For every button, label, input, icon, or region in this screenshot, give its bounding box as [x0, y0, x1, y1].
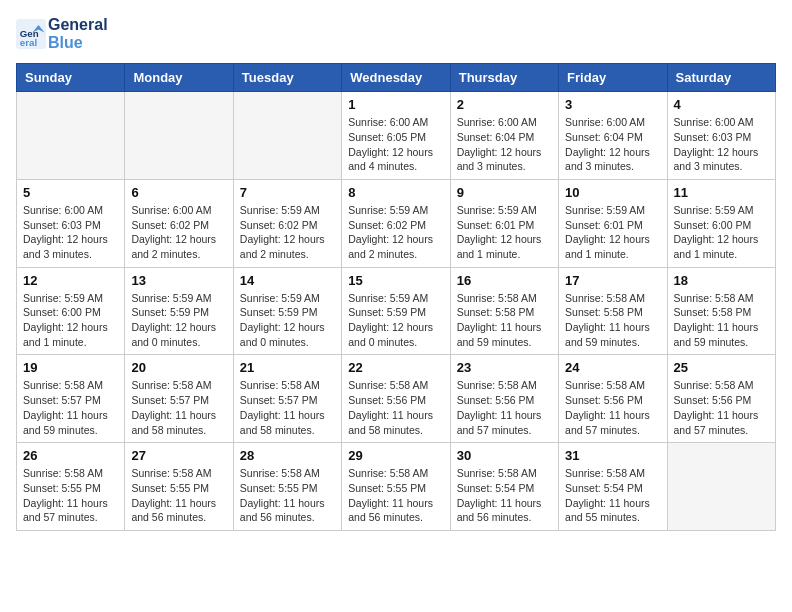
calendar-cell: 7Sunrise: 5:59 AM Sunset: 6:02 PM Daylig…: [233, 179, 341, 267]
calendar-cell: 2Sunrise: 6:00 AM Sunset: 6:04 PM Daylig…: [450, 92, 558, 180]
day-number: 21: [240, 360, 335, 375]
calendar-cell: 27Sunrise: 5:58 AM Sunset: 5:55 PM Dayli…: [125, 443, 233, 531]
calendar-cell: 10Sunrise: 5:59 AM Sunset: 6:01 PM Dayli…: [559, 179, 667, 267]
day-number: 12: [23, 273, 118, 288]
calendar-cell: 16Sunrise: 5:58 AM Sunset: 5:58 PM Dayli…: [450, 267, 558, 355]
day-number: 28: [240, 448, 335, 463]
calendar-cell: 4Sunrise: 6:00 AM Sunset: 6:03 PM Daylig…: [667, 92, 775, 180]
day-info: Sunrise: 5:59 AM Sunset: 6:02 PM Dayligh…: [348, 203, 443, 262]
day-info: Sunrise: 5:59 AM Sunset: 6:02 PM Dayligh…: [240, 203, 335, 262]
weekday-header-sunday: Sunday: [17, 64, 125, 92]
day-number: 14: [240, 273, 335, 288]
calendar-cell: 8Sunrise: 5:59 AM Sunset: 6:02 PM Daylig…: [342, 179, 450, 267]
calendar-cell: 23Sunrise: 5:58 AM Sunset: 5:56 PM Dayli…: [450, 355, 558, 443]
day-number: 4: [674, 97, 769, 112]
weekday-header-monday: Monday: [125, 64, 233, 92]
calendar-cell: [125, 92, 233, 180]
day-number: 10: [565, 185, 660, 200]
day-info: Sunrise: 5:58 AM Sunset: 5:58 PM Dayligh…: [565, 291, 660, 350]
day-number: 15: [348, 273, 443, 288]
day-info: Sunrise: 5:58 AM Sunset: 5:54 PM Dayligh…: [565, 466, 660, 525]
day-number: 18: [674, 273, 769, 288]
calendar-cell: 15Sunrise: 5:59 AM Sunset: 5:59 PM Dayli…: [342, 267, 450, 355]
day-number: 25: [674, 360, 769, 375]
calendar-cell: 18Sunrise: 5:58 AM Sunset: 5:58 PM Dayli…: [667, 267, 775, 355]
day-number: 22: [348, 360, 443, 375]
weekday-header-friday: Friday: [559, 64, 667, 92]
day-info: Sunrise: 5:58 AM Sunset: 5:54 PM Dayligh…: [457, 466, 552, 525]
day-info: Sunrise: 5:58 AM Sunset: 5:58 PM Dayligh…: [674, 291, 769, 350]
day-number: 3: [565, 97, 660, 112]
day-number: 8: [348, 185, 443, 200]
calendar-cell: 3Sunrise: 6:00 AM Sunset: 6:04 PM Daylig…: [559, 92, 667, 180]
calendar-cell: 22Sunrise: 5:58 AM Sunset: 5:56 PM Dayli…: [342, 355, 450, 443]
calendar-cell: 29Sunrise: 5:58 AM Sunset: 5:55 PM Dayli…: [342, 443, 450, 531]
calendar-cell: 30Sunrise: 5:58 AM Sunset: 5:54 PM Dayli…: [450, 443, 558, 531]
calendar-cell: 14Sunrise: 5:59 AM Sunset: 5:59 PM Dayli…: [233, 267, 341, 355]
day-info: Sunrise: 5:59 AM Sunset: 5:59 PM Dayligh…: [131, 291, 226, 350]
day-info: Sunrise: 5:58 AM Sunset: 5:55 PM Dayligh…: [240, 466, 335, 525]
day-number: 29: [348, 448, 443, 463]
page-header: Gen eral General Blue: [16, 16, 776, 51]
day-number: 6: [131, 185, 226, 200]
svg-text:eral: eral: [20, 37, 38, 48]
day-number: 11: [674, 185, 769, 200]
day-info: Sunrise: 5:59 AM Sunset: 6:00 PM Dayligh…: [23, 291, 118, 350]
calendar-cell: [17, 92, 125, 180]
weekday-header-tuesday: Tuesday: [233, 64, 341, 92]
day-number: 31: [565, 448, 660, 463]
day-number: 5: [23, 185, 118, 200]
day-info: Sunrise: 5:59 AM Sunset: 5:59 PM Dayligh…: [348, 291, 443, 350]
calendar-cell: 17Sunrise: 5:58 AM Sunset: 5:58 PM Dayli…: [559, 267, 667, 355]
calendar-week-4: 19Sunrise: 5:58 AM Sunset: 5:57 PM Dayli…: [17, 355, 776, 443]
day-info: Sunrise: 5:58 AM Sunset: 5:57 PM Dayligh…: [131, 378, 226, 437]
logo-text-line2: Blue: [48, 34, 108, 52]
logo-text-line1: General: [48, 16, 108, 34]
day-info: Sunrise: 5:58 AM Sunset: 5:58 PM Dayligh…: [457, 291, 552, 350]
day-info: Sunrise: 5:58 AM Sunset: 5:57 PM Dayligh…: [240, 378, 335, 437]
calendar-header: SundayMondayTuesdayWednesdayThursdayFrid…: [17, 64, 776, 92]
calendar-table: SundayMondayTuesdayWednesdayThursdayFrid…: [16, 63, 776, 531]
day-info: Sunrise: 6:00 AM Sunset: 6:03 PM Dayligh…: [23, 203, 118, 262]
day-number: 17: [565, 273, 660, 288]
day-info: Sunrise: 5:59 AM Sunset: 6:01 PM Dayligh…: [457, 203, 552, 262]
calendar-cell: [667, 443, 775, 531]
calendar-cell: 25Sunrise: 5:58 AM Sunset: 5:56 PM Dayli…: [667, 355, 775, 443]
day-number: 2: [457, 97, 552, 112]
calendar-cell: 9Sunrise: 5:59 AM Sunset: 6:01 PM Daylig…: [450, 179, 558, 267]
day-info: Sunrise: 5:58 AM Sunset: 5:56 PM Dayligh…: [565, 378, 660, 437]
weekday-header-thursday: Thursday: [450, 64, 558, 92]
calendar-cell: 20Sunrise: 5:58 AM Sunset: 5:57 PM Dayli…: [125, 355, 233, 443]
day-number: 9: [457, 185, 552, 200]
day-info: Sunrise: 5:58 AM Sunset: 5:56 PM Dayligh…: [674, 378, 769, 437]
day-info: Sunrise: 5:58 AM Sunset: 5:56 PM Dayligh…: [457, 378, 552, 437]
day-number: 16: [457, 273, 552, 288]
day-info: Sunrise: 5:59 AM Sunset: 6:01 PM Dayligh…: [565, 203, 660, 262]
day-info: Sunrise: 5:58 AM Sunset: 5:55 PM Dayligh…: [131, 466, 226, 525]
calendar-cell: 21Sunrise: 5:58 AM Sunset: 5:57 PM Dayli…: [233, 355, 341, 443]
day-info: Sunrise: 5:58 AM Sunset: 5:56 PM Dayligh…: [348, 378, 443, 437]
calendar-week-3: 12Sunrise: 5:59 AM Sunset: 6:00 PM Dayli…: [17, 267, 776, 355]
calendar-cell: 13Sunrise: 5:59 AM Sunset: 5:59 PM Dayli…: [125, 267, 233, 355]
calendar-cell: 31Sunrise: 5:58 AM Sunset: 5:54 PM Dayli…: [559, 443, 667, 531]
day-number: 1: [348, 97, 443, 112]
day-number: 13: [131, 273, 226, 288]
calendar-cell: 12Sunrise: 5:59 AM Sunset: 6:00 PM Dayli…: [17, 267, 125, 355]
day-number: 27: [131, 448, 226, 463]
calendar-cell: 1Sunrise: 6:00 AM Sunset: 6:05 PM Daylig…: [342, 92, 450, 180]
calendar-cell: 6Sunrise: 6:00 AM Sunset: 6:02 PM Daylig…: [125, 179, 233, 267]
weekday-header-saturday: Saturday: [667, 64, 775, 92]
day-info: Sunrise: 5:59 AM Sunset: 5:59 PM Dayligh…: [240, 291, 335, 350]
day-number: 30: [457, 448, 552, 463]
day-number: 26: [23, 448, 118, 463]
calendar-cell: 24Sunrise: 5:58 AM Sunset: 5:56 PM Dayli…: [559, 355, 667, 443]
day-info: Sunrise: 6:00 AM Sunset: 6:03 PM Dayligh…: [674, 115, 769, 174]
calendar-cell: 11Sunrise: 5:59 AM Sunset: 6:00 PM Dayli…: [667, 179, 775, 267]
day-number: 23: [457, 360, 552, 375]
day-info: Sunrise: 5:59 AM Sunset: 6:00 PM Dayligh…: [674, 203, 769, 262]
day-info: Sunrise: 6:00 AM Sunset: 6:04 PM Dayligh…: [457, 115, 552, 174]
calendar-cell: 26Sunrise: 5:58 AM Sunset: 5:55 PM Dayli…: [17, 443, 125, 531]
day-info: Sunrise: 5:58 AM Sunset: 5:57 PM Dayligh…: [23, 378, 118, 437]
day-info: Sunrise: 6:00 AM Sunset: 6:05 PM Dayligh…: [348, 115, 443, 174]
day-number: 20: [131, 360, 226, 375]
